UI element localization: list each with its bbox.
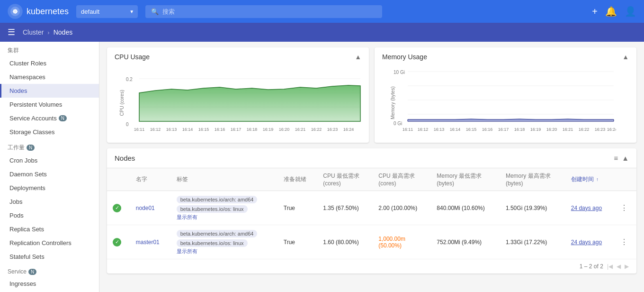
svg-text:16:24: 16:24 xyxy=(607,127,616,132)
master01-tag-os: beta.kubernetes.io/os: linux xyxy=(177,239,248,247)
svg-text:16:14: 16:14 xyxy=(182,127,193,132)
next-page-icon[interactable]: ▶ xyxy=(625,263,629,270)
hamburger-menu-icon[interactable]: ☰ xyxy=(8,27,15,37)
master01-row-menu-icon[interactable]: ⋮ xyxy=(620,238,628,246)
master01-cpu-min-cell: 1.60 (80.00%) xyxy=(317,225,373,259)
table-row: ✓ master01 beta.kubernetes.io/arch: amd6… xyxy=(107,225,636,259)
th-mem-max: Memory 最高需求(bytes) xyxy=(500,168,565,191)
top-nav-actions: + 🔔 👤 xyxy=(592,6,636,17)
svg-text:16:21: 16:21 xyxy=(563,127,573,132)
cpu-chart-svg: 0.2 0 xyxy=(126,64,363,136)
cpu-chart-svg-wrapper: 0.2 0 xyxy=(126,64,361,137)
sidebar-item-cluster-roles[interactable]: Cluster Roles xyxy=(0,56,99,70)
nodes-table: 名字 标签 准备就绪 CPU 最低需求(cores) CPU 最高需求(core… xyxy=(107,168,636,259)
svg-text:0: 0 xyxy=(126,122,129,127)
search-bar[interactable]: 🔍 xyxy=(145,5,382,18)
th-ready: 准备就绪 xyxy=(278,168,318,191)
node01-row-menu-icon[interactable]: ⋮ xyxy=(620,204,628,212)
svg-text:0.2: 0.2 xyxy=(126,77,133,82)
nodes-card: Nodes ≡ ▲ 名字 标签 准备就绪 CPU 最低需求(cores) CPU… xyxy=(107,148,636,274)
master01-mem-max-cell: 1.33Gi (17.22%) xyxy=(500,225,565,259)
node01-cpu-max-cell: 2.00 (100.00%) xyxy=(373,191,431,225)
breadcrumb-parent: Cluster xyxy=(23,28,44,36)
memory-y-label: Memory (bytes) xyxy=(390,86,395,119)
svg-text:16:20: 16:20 xyxy=(546,127,557,132)
namespace-selector[interactable]: default ▼ xyxy=(76,5,138,18)
node01-status-cell: ✓ xyxy=(107,191,130,225)
search-input[interactable] xyxy=(162,8,376,15)
svg-marker-31 xyxy=(408,119,614,121)
top-nav: ☸ kubernetes default ▼ 🔍 + 🔔 👤 xyxy=(0,0,644,23)
svg-text:16:23: 16:23 xyxy=(595,127,606,132)
master01-created-link[interactable]: 24 days ago xyxy=(571,239,602,246)
th-created[interactable]: 创建时间 ↑ xyxy=(565,168,615,191)
add-button[interactable]: + xyxy=(592,6,598,17)
sidebar-item-stateful-sets[interactable]: Stateful Sets xyxy=(0,250,99,264)
th-mem-min: Memory 最低需求(bytes) xyxy=(431,168,500,191)
workload-badge: N xyxy=(27,145,35,151)
filter-icon[interactable]: ≡ xyxy=(614,154,618,162)
notifications-icon[interactable]: 🔔 xyxy=(605,6,617,17)
cpu-y-label: CPU (cores) xyxy=(119,90,125,116)
table-header-row: 名字 标签 准备就绪 CPU 最低需求(cores) CPU 最高需求(core… xyxy=(107,168,636,191)
sidebar-item-cron-jobs[interactable]: Cron Jobs xyxy=(0,154,99,167)
node01-status-icon: ✓ xyxy=(113,204,121,212)
svg-text:16:13: 16:13 xyxy=(434,127,445,132)
memory-chart-title: Memory Usage xyxy=(382,53,427,61)
node01-mem-max-cell: 1.50Gi (19.39%) xyxy=(500,191,565,225)
sidebar-item-daemon-sets[interactable]: Daemon Sets xyxy=(0,167,99,181)
user-account-icon[interactable]: 👤 xyxy=(625,6,636,17)
master01-show-all[interactable]: 显示所有 xyxy=(177,248,197,254)
main-content: CPU Usage ▲ CPU (cores) 0.2 0 xyxy=(99,42,644,292)
nodes-card-header: Nodes ≡ ▲ xyxy=(107,148,636,168)
svg-text:16:20: 16:20 xyxy=(279,127,290,132)
master01-ready-cell: True xyxy=(278,225,318,259)
cpu-chart-body: CPU (cores) 0.2 0 xyxy=(107,63,369,143)
cpu-chart-collapse[interactable]: ▲ xyxy=(355,53,361,61)
master01-tags-cell: beta.kubernetes.io/arch: amd64 beta.kube… xyxy=(171,225,278,259)
node01-tag-os: beta.kubernetes.io/os: linux xyxy=(177,205,248,213)
cpu-chart-header: CPU Usage ▲ xyxy=(107,47,369,63)
master01-cpu-max-cell: 1,000.00m(50.00%) xyxy=(373,225,431,259)
svg-text:16:12: 16:12 xyxy=(150,127,161,132)
sidebar-item-storage-classes[interactable]: Storage Classes xyxy=(0,125,99,139)
nodes-collapse-icon[interactable]: ▲ xyxy=(622,154,629,162)
sidebar-item-replica-sets[interactable]: Replica Sets xyxy=(0,222,99,236)
sidebar: 集群 Cluster Roles Namespaces Nodes Persis… xyxy=(0,42,99,292)
main-layout: 集群 Cluster Roles Namespaces Nodes Persis… xyxy=(0,42,644,292)
breadcrumb: ☰ Cluster › Nodes xyxy=(0,23,644,42)
svg-text:16:11: 16:11 xyxy=(134,127,145,132)
th-tags: 标签 xyxy=(171,168,278,191)
node01-created-link[interactable]: 24 days ago xyxy=(571,205,602,211)
prev-page-icon[interactable]: ◀ xyxy=(617,263,621,270)
memory-chart-svg: 10 Gi 0 Gi xyxy=(394,64,616,136)
node01-name-link[interactable]: node01 xyxy=(136,205,155,211)
first-page-icon[interactable]: |◀ xyxy=(607,263,613,270)
sidebar-item-nodes[interactable]: Nodes xyxy=(0,84,99,98)
sidebar-item-ingresses[interactable]: Ingresses xyxy=(0,277,99,291)
master01-name-link[interactable]: master01 xyxy=(136,239,160,246)
th-name[interactable]: 名字 xyxy=(130,168,171,191)
svg-text:16:11: 16:11 xyxy=(402,127,413,132)
node01-tags-cell: beta.kubernetes.io/arch: amd64 beta.kube… xyxy=(171,191,278,225)
sidebar-item-deployments[interactable]: Deployments xyxy=(0,181,99,195)
master01-mem-min-cell: 752.00Mi (9.49%) xyxy=(431,225,500,259)
sidebar-item-jobs[interactable]: Jobs xyxy=(0,195,99,209)
service-accounts-badge: N xyxy=(59,115,67,121)
node01-name-cell: node01 xyxy=(130,191,171,225)
sidebar-item-namespaces[interactable]: Namespaces xyxy=(0,70,99,84)
namespace-dropdown[interactable]: default xyxy=(76,5,138,18)
sidebar-item-service-accounts[interactable]: Service Accounts N xyxy=(0,111,99,125)
sidebar-item-persistent-volumes[interactable]: Persistent Volumes xyxy=(0,98,99,111)
memory-chart-collapse[interactable]: ▲ xyxy=(622,53,629,61)
node01-cpu-min-cell: 1.35 (67.50%) xyxy=(317,191,373,225)
sidebar-item-pods[interactable]: Pods xyxy=(0,209,99,222)
node01-show-all[interactable]: 显示所有 xyxy=(177,214,197,220)
node01-ready-cell: True xyxy=(278,191,318,225)
th-cpu-min: CPU 最低需求(cores) xyxy=(317,168,373,191)
svg-text:16:17: 16:17 xyxy=(231,127,242,132)
sidebar-item-replication-controllers[interactable]: Replication Controllers xyxy=(0,236,99,250)
svg-text:☸: ☸ xyxy=(12,8,18,15)
svg-text:16:12: 16:12 xyxy=(418,127,429,132)
sidebar-group-service: Service N xyxy=(0,264,99,277)
